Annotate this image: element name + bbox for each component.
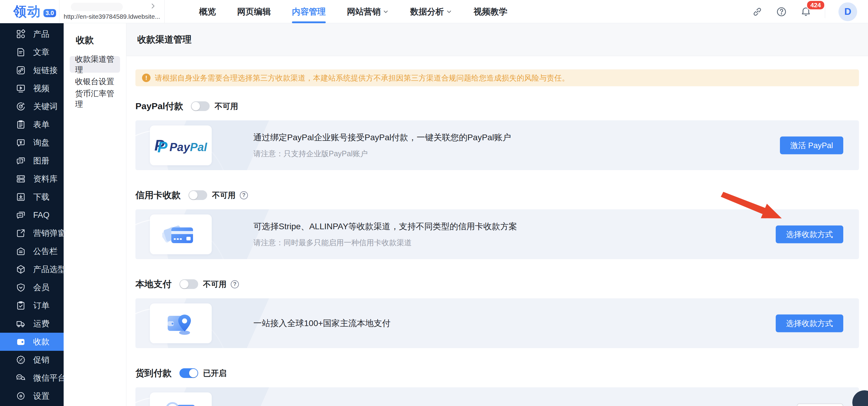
tab-page-editor[interactable]: 网页编辑 <box>237 0 271 23</box>
bulletin-icon <box>16 246 26 256</box>
form-icon <box>16 120 26 130</box>
section-head-local-payment: 本地支付 不可用 ? <box>135 278 859 290</box>
tab-content-management[interactable]: 内容管理 <box>292 0 326 23</box>
svg-text:PayPal: PayPal <box>169 141 208 154</box>
svg-text:P: P <box>157 139 168 155</box>
red-arrow-annotation <box>718 192 785 222</box>
grid-icon <box>16 29 26 39</box>
sidebar-item-products[interactable]: 产品 <box>0 25 64 43</box>
activate-paypal-button[interactable]: 激活 PayPal <box>780 136 843 154</box>
sidebar-item-shortlinks[interactable]: 短链接 <box>0 61 64 79</box>
sidebar-item-keywords[interactable]: 关键词 <box>0 97 64 116</box>
local-payment-card: 一站接入全球100+国家主流本地支付 选择收款方式 <box>135 298 859 348</box>
topbar: 领动 3.0 http://en-site39784589.ldwebsite.… <box>0 0 868 23</box>
library-icon <box>16 174 26 184</box>
cod-toggle[interactable] <box>180 368 198 378</box>
edit-cod-button[interactable]: 编辑 <box>797 403 843 406</box>
warning-banner: ! 请根据自身业务需要合理选择第三方收款渠道，本建站系统提供方不承担因第三方渠道… <box>135 69 859 86</box>
sidebar-item-wechat[interactable]: 微信平台 <box>0 369 64 387</box>
sidebar: 产品 文章 短链接 视频 关键词 表单 询盘 图册 资料库 下载 FAQ <box>0 23 64 406</box>
subnav-item-payment-channels[interactable]: 收款渠道管理 <box>70 56 120 73</box>
sidebar-item-articles[interactable]: 文章 <box>0 43 64 61</box>
credit-card-tile <box>150 215 212 254</box>
site-selector[interactable]: http://en-site39784589.ldwebsite.... <box>59 0 165 23</box>
warning-text: 请根据自身业务需要合理选择第三方收款渠道，本建站系统提供方不承担因第三方渠道合规… <box>155 73 569 83</box>
svg-text:$: $ <box>170 405 175 406</box>
bell-icon[interactable]: 424 <box>800 6 812 18</box>
help-circle-icon[interactable]: ? <box>231 280 239 288</box>
site-name-redacted <box>71 3 123 11</box>
topbar-divider <box>825 5 825 18</box>
sidebar-item-marketing-popup[interactable]: 营销弹窗 <box>0 224 64 242</box>
paypal-logo-icon: P P PayPal <box>154 136 208 155</box>
toggle-state-label: 已开启 <box>203 368 226 379</box>
toggle-state-label: 不可用 <box>212 190 236 200</box>
download-icon <box>16 192 26 202</box>
paypal-description: 通过绑定PayPal企业账号接受PayPal付款，一键关联您的PayPal账户 <box>253 132 511 143</box>
section-title: 信用卡收款 <box>135 189 181 201</box>
sidebar-item-product-selection[interactable]: 产品选型 <box>0 260 64 278</box>
sidebar-item-forms[interactable]: 表单 <box>0 116 64 134</box>
credit-card-toggle[interactable] <box>188 190 207 200</box>
keyword-icon <box>16 101 26 112</box>
section-head-cod: 货到付款 已开启 <box>135 367 859 379</box>
credit-card-note: 请注意：同时最多只能启用一种信用卡收款渠道 <box>253 238 517 248</box>
promotion-icon <box>16 355 26 365</box>
popup-icon <box>16 228 26 238</box>
help-icon[interactable] <box>776 6 787 17</box>
cod-card: $ Cash on Delivery（COD） 编辑 <box>135 387 859 406</box>
sidebar-item-faq[interactable]: FAQ <box>0 206 64 224</box>
cube-icon <box>16 264 26 275</box>
section-title: 货到付款 <box>135 367 172 379</box>
sidebar-item-downloads[interactable]: 下载 <box>0 188 64 206</box>
paypal-card: P P PayPal 通过绑定PayPal企业账号接受PayPal付款，一键关联… <box>135 120 859 170</box>
sidebar-item-gallery[interactable]: 图册 <box>0 152 64 170</box>
link-icon[interactable] <box>752 6 763 17</box>
tab-site-marketing[interactable]: 网站营销 <box>347 0 389 23</box>
top-nav-tabs: 概览 网页编辑 内容管理 网站营销 数据分析 视频教学 <box>199 0 507 23</box>
sidebar-item-inquiries[interactable]: 询盘 <box>0 134 64 152</box>
choose-local-payment-method-button[interactable]: 选择收款方式 <box>776 314 843 332</box>
section-title: PayPal付款 <box>135 100 183 113</box>
choose-credit-card-method-button[interactable]: 选择收款方式 <box>776 225 843 243</box>
chevron-right-icon[interactable] <box>149 2 157 10</box>
chevron-down-icon <box>382 8 389 15</box>
chevron-down-icon <box>446 8 453 15</box>
wallet-location-icon <box>162 309 200 338</box>
credit-card-icon <box>162 220 200 249</box>
site-url: http://en-site39784589.ldwebsite.... <box>64 13 160 20</box>
logo-text: 领动 <box>13 3 41 21</box>
sidebar-item-bulletin[interactable]: 公告栏 <box>0 242 64 260</box>
video-icon <box>16 83 26 94</box>
truck-icon <box>16 318 26 329</box>
logo-version-badge: 3.0 <box>43 9 56 17</box>
sidebar-item-members[interactable]: 会员 <box>0 278 64 296</box>
sidebar-item-videos[interactable]: 视频 <box>0 79 64 97</box>
warning-icon: ! <box>142 73 151 82</box>
sidebar-item-payments[interactable]: 收款 <box>0 333 64 351</box>
sidebar-item-library[interactable]: 资料库 <box>0 170 64 188</box>
tab-video-tutorial[interactable]: 视频教学 <box>473 0 507 23</box>
subnav-item-checkout-settings[interactable]: 收银台设置 <box>70 73 120 90</box>
cash-on-delivery-icon: $ <box>162 398 200 406</box>
app-logo: 领动 3.0 <box>13 0 56 23</box>
local-payment-toggle[interactable] <box>180 279 198 289</box>
notification-badge: 424 <box>806 0 825 10</box>
subnav-item-currency-rates[interactable]: 货币汇率管理 <box>70 91 120 107</box>
content-panel: ! 请根据自身业务需要合理选择第三方收款渠道，本建站系统提供方不承担因第三方渠道… <box>126 56 868 406</box>
tab-data-analysis[interactable]: 数据分析 <box>410 0 453 23</box>
local-payment-tile <box>150 304 212 343</box>
avatar[interactable]: D <box>838 2 857 21</box>
cod-tile: $ <box>150 393 212 406</box>
tab-overview[interactable]: 概览 <box>199 0 216 23</box>
sidebar-item-settings[interactable]: 设置 <box>0 387 64 405</box>
sidebar-item-orders[interactable]: 订单 <box>0 296 64 315</box>
faq-icon <box>16 210 26 220</box>
sidebar-item-shipping[interactable]: 运费 <box>0 315 64 333</box>
section-title: 本地支付 <box>135 278 172 290</box>
help-circle-icon[interactable]: ? <box>240 191 248 199</box>
inquiry-icon <box>16 137 26 148</box>
paypal-toggle[interactable] <box>191 101 210 111</box>
wallet-icon <box>16 337 26 347</box>
sidebar-item-promotions[interactable]: 促销 <box>0 351 64 369</box>
